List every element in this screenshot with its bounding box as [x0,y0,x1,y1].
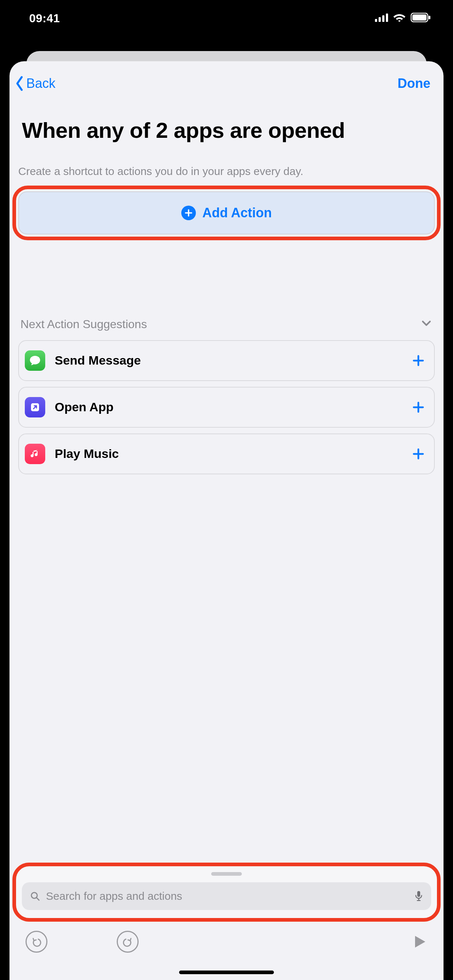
svg-line-9 [37,897,39,900]
suggestion-label: Play Music [45,447,412,461]
svg-rect-0 [375,19,377,22]
add-icon[interactable] [412,354,425,368]
page-subtitle: Create a shortcut to actions you do in y… [10,145,443,178]
back-button[interactable]: Back [13,75,56,92]
back-label: Back [26,76,56,91]
svg-rect-6 [429,16,431,19]
undo-button[interactable] [26,931,48,953]
status-time: 09:41 [29,12,60,25]
undo-icon [31,936,42,947]
suggestion-play-music[interactable]: Play Music [18,433,435,474]
suggestion-send-message[interactable]: Send Message [18,340,435,381]
suggestion-label: Send Message [45,353,412,368]
add-action-label: Add Action [203,205,272,221]
play-icon [412,934,427,950]
chevron-left-icon [13,75,26,92]
messages-icon [25,350,45,371]
done-button[interactable]: Done [397,76,434,91]
cellular-icon [375,13,388,23]
home-indicator [179,970,274,974]
nav-bar: Back Done [10,61,443,96]
suggestion-open-app[interactable]: Open App [18,387,435,428]
svg-rect-3 [386,13,388,22]
suggestion-label: Open App [45,400,412,414]
run-button[interactable] [412,934,427,950]
svg-rect-1 [379,17,381,22]
svg-rect-10 [417,891,420,897]
plus-circle-icon [181,205,196,220]
microphone-icon[interactable] [414,890,423,902]
add-icon[interactable] [412,447,425,461]
svg-marker-13 [415,936,425,948]
music-icon [25,444,45,464]
svg-rect-2 [382,15,384,22]
search-icon [30,891,40,901]
wifi-icon [393,13,405,23]
search-input[interactable] [46,890,408,902]
redo-button[interactable] [117,931,139,953]
add-icon[interactable] [412,400,425,414]
page-title: When any of 2 apps are opened [22,117,431,145]
suggestions-section: Next Action Suggestions Send Message [10,317,443,474]
chevron-down-icon [420,317,432,332]
redo-icon [122,936,133,947]
svg-rect-5 [413,14,427,21]
status-bar: 09:41 [0,0,453,37]
status-icons [375,13,431,24]
add-action-button[interactable]: Add Action [18,191,435,234]
main-sheet: Back Done When any of 2 apps are opened … [10,61,443,980]
battery-icon [411,13,431,24]
search-field[interactable] [22,882,431,910]
highlight-add-action: Add Action [13,186,440,240]
editor-toolbar [10,925,443,958]
suggestions-header-label: Next Action Suggestions [21,318,147,331]
suggestions-header[interactable]: Next Action Suggestions [18,317,435,340]
highlight-search-panel [13,862,440,922]
sheet-grabber[interactable] [211,872,242,876]
open-app-icon [25,397,45,417]
